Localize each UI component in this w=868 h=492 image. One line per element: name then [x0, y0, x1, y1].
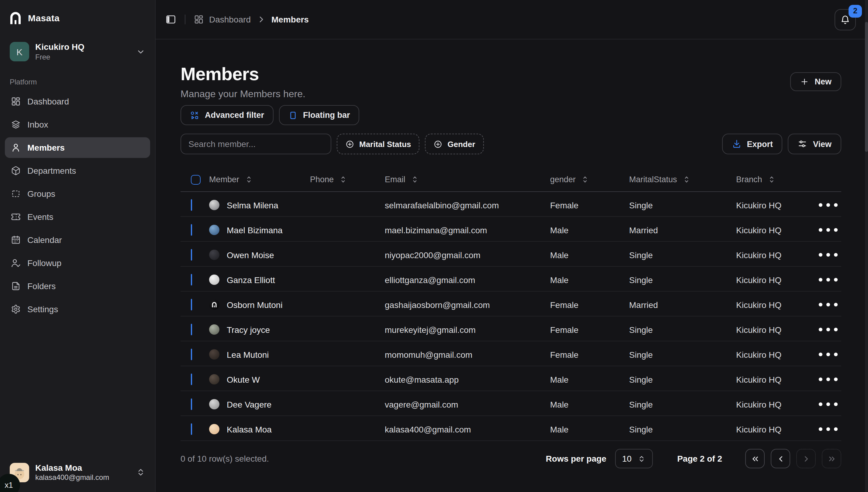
- sidebar-item-departments[interactable]: Departments: [5, 160, 150, 181]
- scrollbar-thumb[interactable]: [865, 22, 868, 152]
- member-name: Selma Milena: [227, 200, 278, 210]
- ellipsis-icon[interactable]: [815, 267, 841, 293]
- member-name: Mael Bizimana: [227, 225, 283, 235]
- table-row[interactable]: Okute Wokute@masata.appMaleSingleKicukir…: [181, 366, 841, 391]
- user-menu[interactable]: Kalasa Moa kalasa400@gmail.com: [5, 459, 150, 486]
- table-row[interactable]: Owen Moiseniyopac2000@gmail.comMaleSingl…: [181, 242, 841, 267]
- filter-chip-label: Gender: [448, 140, 475, 148]
- member-cell: Tracy joyce: [209, 324, 310, 335]
- row-checkbox[interactable]: [191, 373, 192, 385]
- member-name: Tracy joyce: [227, 325, 270, 335]
- view-button[interactable]: View: [788, 133, 841, 154]
- ellipsis-icon[interactable]: [815, 416, 841, 442]
- ellipsis-icon[interactable]: [815, 192, 841, 218]
- user-email: kalasa400@gmail.com: [35, 473, 130, 482]
- breadcrumb: Dashboard Members: [194, 15, 309, 24]
- org-switcher[interactable]: K Kicukiro HQ Free: [5, 38, 150, 65]
- ellipsis-icon[interactable]: [815, 366, 841, 392]
- export-button[interactable]: Export: [722, 133, 782, 154]
- filter-chip-marital-status[interactable]: Marital Status: [337, 133, 420, 154]
- marital-status-cell: Single: [629, 275, 736, 285]
- row-checkbox[interactable]: [191, 323, 192, 335]
- sidebar-item-settings[interactable]: Settings: [5, 298, 150, 319]
- table-row[interactable]: Lea Mutonimomomuh@gmail.comFemaleSingleK…: [181, 341, 841, 366]
- ellipsis-icon[interactable]: [815, 242, 841, 268]
- user-check-icon: [11, 258, 21, 268]
- floating-bar-button[interactable]: Floating bar: [279, 105, 359, 125]
- sidebar-item-followup[interactable]: Followup: [5, 252, 150, 273]
- sort-icon[interactable]: [768, 175, 776, 183]
- new-button-label: New: [815, 77, 831, 86]
- ellipsis-icon[interactable]: [815, 217, 841, 243]
- member-cell: Osborn Mutoni: [209, 299, 310, 310]
- row-checkbox[interactable]: [191, 398, 192, 410]
- sidebar-item-inbox[interactable]: Inbox: [5, 114, 150, 134]
- ellipsis-icon[interactable]: [815, 317, 841, 343]
- org-plan: Free: [35, 52, 130, 62]
- sidebar-toggle-icon[interactable]: [165, 14, 176, 25]
- row-checkbox[interactable]: [191, 274, 192, 285]
- org-name: Kicukiro HQ: [35, 42, 130, 52]
- breadcrumb-dashboard[interactable]: Dashboard: [209, 15, 251, 24]
- sort-icon[interactable]: [411, 175, 419, 183]
- shapes-icon: [190, 110, 200, 120]
- rows-per-page-select[interactable]: 10: [615, 449, 653, 468]
- row-checkbox[interactable]: [191, 348, 192, 360]
- chevron-right-icon: [801, 454, 811, 463]
- row-actions-cell: [815, 267, 841, 293]
- row-actions-cell: [815, 292, 841, 318]
- sidebar-item-members[interactable]: Members: [5, 137, 150, 157]
- row-actions-cell: [815, 317, 841, 343]
- avatar: [209, 324, 219, 335]
- table-row[interactable]: Osborn Mutonigashaijaosborn@gmail.comFem…: [181, 292, 841, 317]
- sidebar-item-calendar[interactable]: Calendar: [5, 229, 150, 250]
- avatar: [209, 299, 219, 310]
- row-checkbox[interactable]: [191, 199, 192, 211]
- rows-per-page-value: 10: [622, 454, 632, 464]
- sort-icon[interactable]: [339, 175, 347, 183]
- row-checkbox[interactable]: [191, 298, 192, 310]
- select-all-checkbox[interactable]: [191, 175, 201, 184]
- email-cell: murekeyitej@gmail.com: [385, 325, 550, 335]
- table-row[interactable]: Ganza Elliottelliottganza@gmail.comMaleS…: [181, 267, 841, 292]
- marital-status-cell: Single: [629, 200, 736, 210]
- table-row[interactable]: Tracy joycemurekeyitej@gmail.comFemaleSi…: [181, 317, 841, 341]
- sidebar-item-folders[interactable]: Folders: [5, 275, 150, 296]
- members-table: MemberPhoneEmailgenderMaritalStatusBranc…: [181, 168, 841, 441]
- ellipsis-icon[interactable]: [815, 341, 841, 368]
- notifications-button[interactable]: 2: [835, 9, 856, 30]
- member-name: Dee Vagere: [227, 399, 272, 409]
- sidebar-item-label: Settings: [27, 304, 58, 314]
- column-label: gender: [550, 175, 576, 184]
- ellipsis-icon[interactable]: [815, 391, 841, 417]
- sidebar-item-label: Members: [27, 143, 65, 152]
- advanced-filter-button[interactable]: Advanced filter: [181, 105, 273, 125]
- sidebar-item-dashboard[interactable]: Dashboard: [5, 91, 150, 112]
- row-checkbox[interactable]: [191, 224, 192, 236]
- email-cell: okute@masata.app: [385, 374, 550, 384]
- table-row[interactable]: Dee Vagerevagere@gmail.comMaleSingleKicu…: [181, 391, 841, 416]
- new-button[interactable]: New: [790, 72, 841, 91]
- notification-badge: 2: [848, 4, 862, 17]
- filter-chip-gender[interactable]: Gender: [425, 133, 484, 154]
- sort-icon[interactable]: [581, 175, 589, 183]
- sort-icon[interactable]: [683, 175, 690, 183]
- table-row[interactable]: Selma Milenaselmarafaelalbino@gmail.comF…: [181, 192, 841, 217]
- gender-cell: Male: [550, 250, 629, 260]
- scrollbar-track[interactable]: [865, 0, 868, 492]
- row-checkbox[interactable]: [191, 249, 192, 260]
- table-row[interactable]: Kalasa Moakalasa400@gmail.comMaleSingleK…: [181, 416, 841, 441]
- prev-page-button[interactable]: [771, 449, 790, 468]
- first-page-button[interactable]: [745, 449, 765, 468]
- table-row[interactable]: Mael Bizimanamael.bizimana@gmail.comMale…: [181, 217, 841, 242]
- ellipsis-icon[interactable]: [815, 292, 841, 318]
- sort-icon[interactable]: [245, 175, 253, 183]
- sidebar-item-events[interactable]: Events: [5, 206, 150, 227]
- calendar-icon: [11, 235, 21, 245]
- search-input[interactable]: [181, 133, 331, 154]
- last-page-button: [822, 449, 841, 468]
- sidebar-item-groups[interactable]: Groups: [5, 183, 150, 204]
- row-actions-cell: [815, 366, 841, 392]
- row-checkbox[interactable]: [191, 423, 192, 435]
- gender-cell: Female: [550, 349, 629, 359]
